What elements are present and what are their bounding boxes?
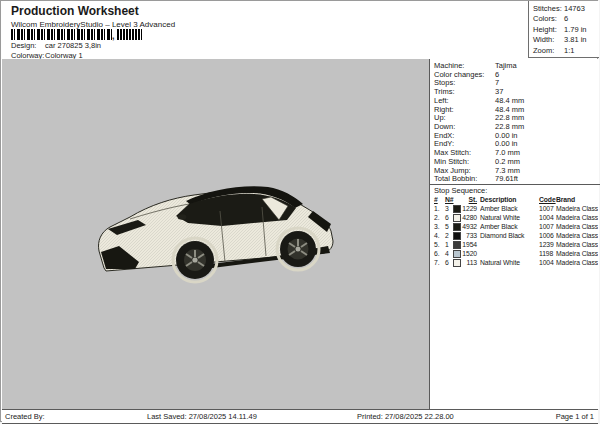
- machine-label: Down:: [434, 122, 495, 131]
- barcode-bars: [117, 29, 142, 40]
- machine-value: 6: [495, 70, 499, 79]
- barcode-bars: [11, 29, 112, 40]
- col-header-num: #: [434, 196, 445, 203]
- machine-label: Color changes:: [434, 70, 495, 79]
- design-row: Design: car 270825 3,8in: [11, 41, 101, 50]
- machine-label: Machine:: [434, 61, 495, 70]
- machine-label: Max Jump:: [434, 166, 495, 175]
- stop-sequence-table: # N# St. Description Code Brand 1.31229A…: [434, 195, 598, 267]
- machine-value: 48.4 mm: [495, 96, 524, 105]
- embroidery-car-design: [92, 171, 342, 293]
- table-row: 1.31229Amber Black1007Madeira Classic 40: [434, 204, 598, 213]
- created-by-label: Created By:: [5, 412, 45, 421]
- machine-label: EndY:: [434, 139, 495, 148]
- rear-wheel: [280, 231, 316, 267]
- panel-divider: [430, 184, 600, 185]
- thread-color-swatch: [453, 223, 461, 231]
- table-row: 6.415201198Madeira Classic 40: [434, 249, 598, 258]
- front-wheel: [176, 241, 214, 279]
- table-row: 2.64280Natural White1004Madeira Classic …: [434, 213, 598, 222]
- col-header-code: Code: [539, 196, 556, 203]
- table-row: 5.119541239Madeira Classic 40: [434, 240, 598, 249]
- machine-value: 22.8 mm: [495, 122, 524, 131]
- table-row: 4.2733Diamond Black1006Madeira Classic 4…: [434, 231, 598, 240]
- stat-label: Height:: [533, 25, 564, 35]
- stat-label: Colors:: [533, 14, 564, 24]
- worksheet-page: Production Worksheet Wilcom EmbroiderySt…: [0, 0, 598, 422]
- machine-label: Right:: [434, 105, 495, 114]
- stat-value: 14763: [564, 4, 585, 14]
- thread-color-swatch: [453, 214, 461, 222]
- machine-settings-list: Machine:Tajima Color changes:6 Stops:7 T…: [434, 61, 596, 183]
- stat-value: 3.81 in: [564, 35, 587, 45]
- col-header-needle: N#: [445, 196, 453, 203]
- machine-label: Trims:: [434, 87, 495, 96]
- app-subtitle: Wilcom EmbroideryStudio – Level 3 Advanc…: [11, 20, 175, 29]
- design-canvas: [2, 59, 429, 409]
- stat-value: 1:1: [564, 46, 574, 56]
- thread-color-swatch: [453, 241, 461, 249]
- barcode-separator: ,: [112, 33, 115, 40]
- machine-label: Total Bobbin:: [434, 174, 495, 183]
- machine-value: Tajima: [495, 61, 517, 70]
- machine-settings-panel: Machine:Tajima Color changes:6 Stops:7 T…: [429, 59, 599, 409]
- machine-value: 22.8 mm: [495, 113, 524, 122]
- col-header-brand: Brand: [556, 196, 598, 203]
- machine-value: 79.61ft: [495, 174, 518, 183]
- stat-label: Zoom:: [533, 46, 564, 56]
- machine-label: Max Stitch:: [434, 148, 495, 157]
- design-value: car 270825 3,8in: [45, 41, 101, 50]
- stat-label: Stitches:: [533, 4, 564, 14]
- thread-color-swatch: [453, 205, 461, 213]
- col-header-stitches: St.: [462, 196, 477, 203]
- stat-value: 6: [564, 14, 568, 24]
- thread-color-swatch: [453, 232, 461, 240]
- page-title: Production Worksheet: [11, 4, 139, 18]
- table-row: 7.6113Natural White1004Madeira Classic 4…: [434, 258, 598, 267]
- machine-value: 7.3 mm: [495, 166, 520, 175]
- machine-label: Min Stitch:: [434, 157, 495, 166]
- design-stats-box: Stitches:14763 Colors:6 Height:1.79 in W…: [528, 1, 599, 58]
- stop-sequence-title: Stop Sequence:: [434, 186, 487, 195]
- printed-text: Printed: 27/08/2025 22.28.00: [357, 412, 454, 421]
- last-saved-text: Last Saved: 27/08/2025 14.11.49: [147, 412, 257, 421]
- machine-label: Left:: [434, 96, 495, 105]
- machine-value: 0.2 mm: [495, 157, 520, 166]
- table-row: 3.54932Amber Black1007Madeira Classic 40: [434, 222, 598, 231]
- machine-label: Stops:: [434, 78, 495, 87]
- machine-value: 7: [495, 78, 499, 87]
- machine-label: Up:: [434, 113, 495, 122]
- page-number: Page 1 of 1: [556, 412, 594, 421]
- machine-value: 37: [495, 87, 503, 96]
- stat-label: Width:: [533, 35, 564, 45]
- col-header-description: Description: [480, 196, 539, 203]
- thread-color-swatch: [453, 259, 461, 267]
- table-header-row: # N# St. Description Code Brand: [434, 195, 598, 204]
- machine-value: 0.00 in: [495, 131, 518, 140]
- footer-bar: Created By: Last Saved: 27/08/2025 14.11…: [2, 409, 598, 424]
- machine-value: 0.00 in: [495, 139, 518, 148]
- stat-value: 1.79 in: [564, 25, 587, 35]
- machine-value: 7.0 mm: [495, 148, 520, 157]
- machine-label: EndX:: [434, 131, 495, 140]
- thread-color-swatch: [453, 250, 461, 258]
- design-barcode: ,: [11, 29, 142, 40]
- machine-value: 48.4 mm: [495, 105, 524, 114]
- design-label: Design:: [11, 41, 43, 50]
